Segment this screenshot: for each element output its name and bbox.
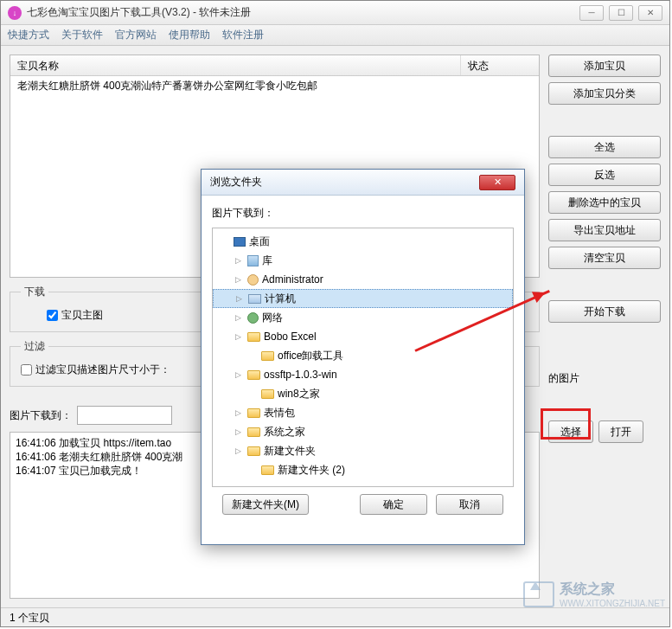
ok-button[interactable]: 确定	[360, 494, 427, 515]
folder-icon	[247, 427, 260, 437]
folder-icon	[247, 408, 260, 418]
col-status[interactable]: 状态	[461, 55, 539, 75]
computer-icon	[248, 294, 261, 304]
menu-shortcut[interactable]: 快捷方式	[8, 28, 49, 42]
checkbox-main-label: 宝贝主图	[61, 308, 103, 323]
close-button[interactable]: ✕	[638, 5, 662, 21]
path-label: 图片下载到：	[10, 408, 72, 423]
select-all-button[interactable]: 全选	[548, 136, 661, 158]
tree-win8[interactable]: win8之家	[213, 384, 513, 403]
filter-legend: 过滤	[21, 339, 48, 354]
start-download-button[interactable]: 开始下载	[548, 300, 661, 323]
menu-website[interactable]: 官方网站	[115, 28, 157, 42]
tree-network[interactable]: ▷网络	[213, 308, 513, 327]
minimize-button[interactable]: ─	[579, 5, 604, 21]
tree-computer[interactable]: ▷计算机	[213, 289, 513, 308]
window-title: 七彩色淘宝宝贝图片下载工具(V3.2) - 软件未注册	[27, 5, 579, 20]
tree-xitong[interactable]: ▷系统之家	[213, 422, 513, 441]
tree-desktop[interactable]: 桌面	[213, 232, 513, 251]
export-url-button[interactable]: 导出宝贝地址	[548, 219, 661, 241]
table-row[interactable]: 老潮夫红糖肚脐饼 400克潮汕特产番薯饼办公室网红零食小吃包邮	[10, 76, 539, 95]
folder-icon	[261, 389, 274, 399]
choose-button[interactable]: 选择	[548, 420, 593, 443]
dialog-close-button[interactable]: ✕	[479, 175, 515, 190]
watermark: 系统之家 WWW.XITONGZHIJIA.NET	[523, 581, 665, 608]
folder-icon	[247, 332, 260, 342]
titlebar: ↓ 七彩色淘宝宝贝图片下载工具(V3.2) - 软件未注册 ─ ☐ ✕	[1, 1, 669, 25]
add-item-button[interactable]: 添加宝贝	[548, 55, 661, 77]
tree-library[interactable]: ▷库	[213, 251, 513, 270]
invert-button[interactable]: 反选	[548, 164, 661, 186]
menu-help[interactable]: 使用帮助	[169, 28, 210, 42]
browse-folder-dialog: 浏览文件夹 ✕ 图片下载到： 桌面 ▷库 ▷Administrator ▷计算机…	[201, 169, 525, 545]
desktop-icon	[234, 237, 246, 247]
tree-bobo[interactable]: ▷Bobo Excel	[213, 327, 513, 346]
library-icon	[247, 255, 259, 266]
checkbox-main-image[interactable]	[47, 310, 58, 321]
status-text: 1 个宝贝	[10, 612, 49, 624]
dialog-titlebar: 浏览文件夹 ✕	[202, 170, 524, 196]
pics-suffix: 的图片	[548, 371, 661, 386]
open-button[interactable]: 打开	[598, 420, 643, 443]
new-folder-button[interactable]: 新建文件夹(M)	[222, 494, 309, 515]
download-legend: 下载	[21, 285, 48, 299]
path-input[interactable]	[77, 406, 172, 425]
watermark-url: WWW.XITONGZHIJIA.NET	[560, 599, 665, 608]
folder-icon	[247, 370, 260, 380]
tree-newfolder2[interactable]: 新建文件夹 (2)	[213, 460, 513, 479]
add-category-button[interactable]: 添加宝贝分类	[548, 82, 661, 105]
folder-tree[interactable]: 桌面 ▷库 ▷Administrator ▷计算机 ▷网络 ▷Bobo Exce…	[212, 228, 514, 487]
col-name[interactable]: 宝贝名称	[10, 55, 461, 75]
watermark-text: 系统之家	[560, 581, 665, 599]
tree-office[interactable]: office卸载工具	[213, 346, 513, 365]
user-icon	[247, 274, 259, 286]
statusbar: 1 个宝贝	[1, 607, 669, 626]
tree-administrator[interactable]: ▷Administrator	[213, 270, 513, 289]
menu-register[interactable]: 软件注册	[222, 28, 264, 42]
menubar: 快捷方式 关于软件 官方网站 使用帮助 软件注册	[1, 25, 669, 46]
cell-status	[461, 76, 539, 95]
maximize-button[interactable]: ☐	[609, 5, 633, 21]
app-icon: ↓	[8, 6, 22, 20]
folder-icon	[261, 351, 274, 361]
cancel-button[interactable]: 取消	[436, 494, 503, 515]
network-icon	[247, 312, 259, 324]
folder-icon	[247, 446, 260, 456]
cell-name: 老潮夫红糖肚脐饼 400克潮汕特产番薯饼办公室网红零食小吃包邮	[10, 76, 461, 95]
grid-header: 宝贝名称 状态	[10, 55, 539, 76]
filter-label: 过滤宝贝描述图片尺寸小于：	[35, 363, 170, 377]
tree-newfolder1[interactable]: ▷新建文件夹	[213, 441, 513, 460]
clear-button[interactable]: 清空宝贝	[548, 247, 661, 269]
dialog-title: 浏览文件夹	[210, 175, 479, 189]
checkbox-filter-size[interactable]	[21, 364, 32, 375]
tree-emoji[interactable]: ▷表情包	[213, 403, 513, 422]
menu-about[interactable]: 关于软件	[61, 28, 103, 42]
dialog-prompt: 图片下载到：	[212, 206, 514, 221]
tree-ossftp[interactable]: ▷ossftp-1.0.3-win	[213, 365, 513, 384]
folder-icon	[261, 465, 274, 475]
delete-selected-button[interactable]: 删除选中的宝贝	[548, 191, 661, 214]
watermark-icon	[523, 581, 554, 607]
